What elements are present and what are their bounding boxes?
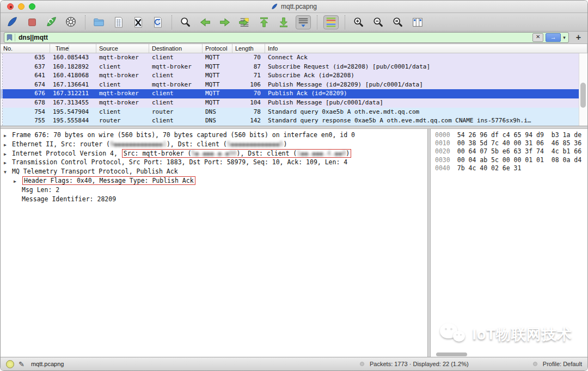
go-forward-button[interactable] (217, 15, 232, 29)
column-length[interactable]: Length (232, 44, 265, 53)
packet-row-637[interactable]: 637160.182892clientmqtt-brokerMQTT87Subs… (1, 63, 580, 72)
cell-dst: client (149, 98, 203, 108)
column-destination[interactable]: Destination (149, 44, 203, 53)
auto-scroll-button[interactable] (296, 15, 311, 29)
detail-line[interactable]: Message Identifier: 28209 (1, 195, 427, 204)
packet-bytes-pane[interactable]: 000054 26 96 df c4 65 94 d9 b3 1a de0010… (431, 129, 587, 359)
cell-len: 70 (232, 89, 265, 98)
detail-text: Internet Protocol Version 4, (12, 150, 121, 157)
column-protocol[interactable]: Protocol (203, 44, 232, 53)
open-file-button[interactable] (91, 15, 107, 29)
packet-row-754[interactable]: 754195.547904clientrouterDNS78Standard q… (1, 108, 580, 117)
display-filter-field[interactable]: ✕ → ▾ (4, 32, 569, 43)
reload-file-button[interactable] (150, 15, 166, 29)
toolbar-separator (345, 15, 345, 29)
cell-src: mqtt-broker (96, 98, 149, 108)
traffic-lights (7, 3, 35, 10)
find-packet-icon (180, 16, 192, 28)
capture-options-button[interactable] (64, 15, 79, 29)
go-to-packet-button[interactable] (237, 15, 252, 29)
profile-label[interactable]: Profile: Default (543, 361, 582, 367)
detail-line[interactable]: ▶Frame 676: 70 bytes on wire (560 bits),… (1, 131, 427, 140)
close-window-button[interactable] (7, 3, 14, 10)
detail-text: MQ Telemetry Transport Protocol, Publish… (12, 168, 178, 175)
hex-bytes: 54 26 96 df c4 65 94 d9 b3 1a de (457, 131, 581, 139)
resize-columns-button[interactable] (410, 15, 425, 29)
detail-line[interactable]: ▶Ethernet II, Src: router (9●●●●●●●●●●●●… (1, 140, 427, 149)
packet-row-674[interactable]: 674167.136641clientmqtt-brokerMQTT106Pub… (1, 81, 580, 90)
go-last-button[interactable] (276, 15, 291, 29)
packet-list-scrollbar-thumb[interactable] (580, 83, 586, 108)
minimize-window-button[interactable] (18, 3, 24, 10)
packet-row-678[interactable]: 678167.313455mqtt-brokerclientMQTT104Pub… (1, 98, 580, 108)
capture-comment-icon[interactable]: ✎ (19, 360, 24, 368)
annotation-red-box: Src: mqtt-broker (5●.●●●.●.●90), Dst: cl… (122, 149, 351, 158)
filter-clear-button[interactable]: ✕ (532, 33, 543, 42)
zoom-in-button[interactable] (351, 15, 366, 29)
filter-apply-button[interactable]: → (546, 33, 561, 42)
reload-file-icon (152, 16, 164, 28)
hex-row[interactable]: 002000 64 07 5b e6 63 3f 74 4c b1 66 (431, 147, 587, 156)
expand-arrow-icon[interactable]: ▼ (4, 168, 12, 177)
column-time[interactable]: Time^ (50, 44, 96, 53)
filter-add-button[interactable]: + (573, 33, 584, 42)
cell-src: client (96, 81, 149, 90)
expert-info-icon[interactable] (6, 360, 14, 368)
cell-time: 195.555844 (50, 116, 96, 126)
profile-group[interactable]: Profile: Default (533, 361, 582, 367)
zoom-window-button[interactable] (29, 3, 35, 10)
packet-row-676[interactable]: 676167.312211mqtt-brokerclientMQTT70Publ… (1, 89, 580, 98)
hex-offset: 0040 (435, 164, 450, 172)
detail-line[interactable]: ▶Header Flags: 0x40, Message Type: Publi… (1, 176, 427, 186)
cell-no: 676 (1, 89, 50, 98)
filter-dropdown-caret[interactable]: ▾ (563, 35, 567, 40)
save-file-icon (113, 16, 125, 28)
hex-row[interactable]: 003000 04 ab 5c 00 00 01 01 08 0a d4 (431, 156, 587, 164)
status-filename: mqtt.pcapng (31, 361, 64, 367)
detail-line[interactable]: ▶Transmission Control Protocol, Src Port… (1, 158, 427, 167)
detail-line[interactable]: Msg Len: 2 (1, 186, 427, 195)
filter-bookmark-icon[interactable] (6, 34, 15, 41)
zoom-100-button[interactable] (390, 15, 406, 29)
cell-no: 674 (1, 81, 50, 90)
save-file-button[interactable] (111, 15, 126, 29)
detail-text: Header Flags: 0x40, Message Type: Publis… (24, 177, 194, 184)
column-info[interactable]: Info (265, 44, 587, 53)
column-source[interactable]: Source (96, 44, 149, 53)
packet-list-scrollbar[interactable] (579, 53, 587, 126)
stop-capture-button[interactable] (24, 15, 40, 29)
colorize-button[interactable] (323, 15, 339, 29)
go-first-button[interactable] (256, 15, 272, 29)
zoom-out-button[interactable] (371, 15, 386, 29)
cell-time: 160.418068 (50, 71, 96, 81)
cell-len: 142 (232, 116, 265, 126)
packet-row-755[interactable]: 755195.555844routerclientDNS142Standard … (1, 116, 580, 126)
detail-line[interactable]: ▶Internet Protocol Version 4, Src: mqtt-… (1, 149, 427, 158)
start-capture-button[interactable] (5, 15, 20, 29)
cell-dst: mqtt-broker (149, 81, 203, 90)
cell-time: 160.085443 (50, 53, 96, 63)
related-packet-gutter (1, 53, 3, 126)
cell-info: Standard query response 0xae5b A oth.eve… (265, 116, 580, 126)
colorize-icon (325, 16, 337, 28)
hex-row[interactable]: 001000 38 5d 7c 40 00 31 06 46 85 36 (431, 139, 587, 147)
cell-len: 70 (232, 53, 265, 63)
find-packet-button[interactable] (178, 15, 193, 29)
close-file-button[interactable] (131, 15, 146, 29)
packet-row-641[interactable]: 641160.418068mqtt-brokerclientMQTT71Subs… (1, 71, 580, 81)
restart-capture-button[interactable] (44, 15, 59, 29)
cell-dst: client (149, 71, 203, 81)
hex-bytes: 7b 4c 40 02 6e 31 (457, 164, 522, 172)
column-no[interactable]: No. (1, 44, 50, 53)
hex-row[interactable]: 00407b 4c 40 02 6e 31 (431, 164, 587, 172)
hex-row[interactable]: 000054 26 96 df c4 65 94 d9 b3 1a de (431, 131, 587, 139)
filter-input[interactable] (17, 33, 530, 42)
hex-hscrollbar-thumb[interactable] (436, 353, 467, 356)
cell-time: 167.313455 (50, 98, 96, 108)
packet-row-635[interactable]: 635160.085443mqtt-brokerclientMQTT70Conn… (1, 53, 580, 63)
cell-no: 754 (1, 108, 50, 117)
packet-details-pane[interactable]: ▶Frame 676: 70 bytes on wire (560 bits),… (1, 129, 427, 359)
detail-line[interactable]: ▼MQ Telemetry Transport Protocol, Publis… (1, 167, 427, 176)
go-back-button[interactable] (198, 15, 213, 29)
cell-src: mqtt-broker (96, 89, 149, 98)
